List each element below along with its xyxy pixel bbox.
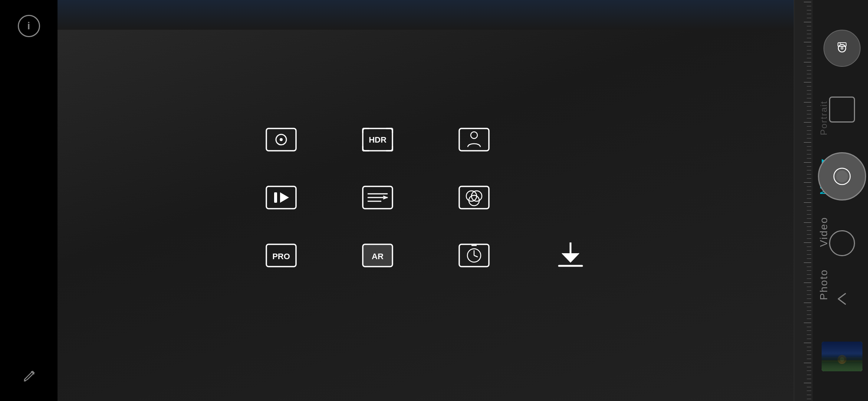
- filter-icon: [452, 179, 496, 216]
- left-sidebar: i: [0, 0, 57, 401]
- ar-lens-icon: AR: [355, 237, 400, 274]
- ruler: // Generate ruler ticks const ruler = do…: [794, 0, 813, 401]
- last-photo-thumbnail[interactable]: [822, 342, 862, 371]
- pro-icon: PRO: [259, 237, 303, 274]
- info-icon[interactable]: i: [18, 15, 40, 37]
- hdr-icon: HDR: [355, 121, 400, 158]
- svg-text:PRO: PRO: [272, 252, 290, 261]
- light-painting-icon: [355, 179, 400, 216]
- watermark-icon: [452, 121, 496, 158]
- edit-icon[interactable]: [22, 368, 36, 386]
- svg-text:HDR: HDR: [369, 135, 387, 144]
- mode-watermark[interactable]: [437, 121, 511, 164]
- modes-row-2: [244, 179, 511, 222]
- svg-point-44: [838, 355, 846, 364]
- mode-panorama[interactable]: [244, 121, 318, 164]
- svg-point-2: [280, 138, 283, 141]
- modes-container: HDR: [214, 99, 637, 302]
- sky-background: [57, 0, 794, 30]
- secondary-camera-button[interactable]: [823, 30, 861, 67]
- download-icon: [548, 237, 593, 274]
- main-camera-area: HDR: [57, 0, 794, 401]
- svg-line-33: [474, 255, 478, 257]
- shutter-button[interactable]: [818, 152, 866, 200]
- time-lapse-icon: [452, 237, 496, 274]
- modes-row-3: PRO AR: [244, 237, 608, 280]
- modes-row-1: HDR: [244, 121, 511, 164]
- svg-rect-42: [822, 342, 862, 362]
- mode-hdr[interactable]: HDR: [341, 121, 415, 164]
- svg-text:AR: AR: [372, 252, 384, 261]
- home-button[interactable]: [829, 230, 855, 256]
- right-panel: // Generate ruler ticks const ruler = do…: [794, 0, 868, 401]
- slow-mo-icon: [259, 179, 303, 216]
- svg-rect-16: [274, 192, 277, 203]
- svg-point-14: [471, 132, 477, 138]
- mode-pro[interactable]: PRO: [244, 237, 318, 280]
- panorama-icon: [259, 121, 303, 158]
- svg-point-41: [836, 170, 848, 182]
- back-button[interactable]: [829, 286, 855, 312]
- svg-rect-43: [822, 360, 862, 371]
- recent-apps-button[interactable]: [829, 97, 855, 123]
- svg-point-45: [840, 357, 844, 362]
- mode-time-lapse[interactable]: [437, 237, 511, 280]
- mode-filter[interactable]: [437, 179, 511, 222]
- mode-light-painting[interactable]: [341, 179, 415, 222]
- camera-controls: [816, 0, 868, 401]
- mode-download[interactable]: [533, 237, 608, 280]
- svg-point-38: [841, 47, 844, 50]
- mode-ar-lens[interactable]: AR: [341, 237, 415, 280]
- mode-slow-mo[interactable]: [244, 179, 318, 222]
- svg-marker-17: [280, 192, 289, 203]
- svg-rect-46: [822, 357, 862, 362]
